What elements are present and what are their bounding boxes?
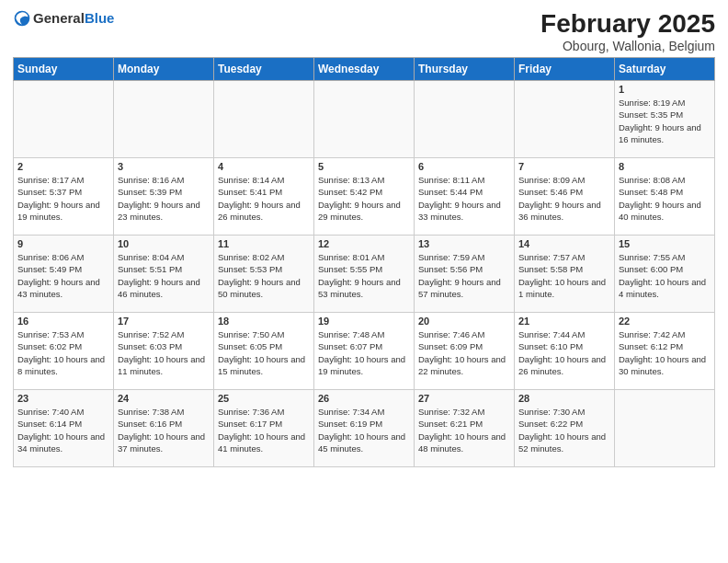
calendar-day-cell [415,81,515,158]
day-info: Sunrise: 7:46 AM Sunset: 6:09 PM Dayligh… [418,328,510,377]
page-container: GeneralBlue February 2025 Obourg, Wallon… [0,0,728,477]
calendar-day-cell [615,390,715,467]
calendar-day-cell: 11Sunrise: 8:02 AM Sunset: 5:53 PM Dayli… [214,236,314,313]
day-info: Sunrise: 8:09 AM Sunset: 5:46 PM Dayligh… [518,174,610,223]
day-info: Sunrise: 8:13 AM Sunset: 5:42 PM Dayligh… [318,174,410,223]
day-number: 5 [318,161,410,172]
day-info: Sunrise: 7:42 AM Sunset: 6:12 PM Dayligh… [619,328,711,377]
day-number: 1 [619,84,711,95]
calendar-day-cell [214,81,314,158]
logo-general: General [33,10,85,26]
day-number: 24 [118,393,210,404]
logo-icon [13,9,31,28]
day-info: Sunrise: 8:14 AM Sunset: 5:41 PM Dayligh… [218,174,310,223]
header-tuesday: Tuesday [214,58,314,81]
logo-blue: Blue [85,10,115,26]
day-info: Sunrise: 7:52 AM Sunset: 6:03 PM Dayligh… [118,328,210,377]
header-thursday: Thursday [415,58,515,81]
calendar-day-cell: 17Sunrise: 7:52 AM Sunset: 6:03 PM Dayli… [114,313,214,390]
calendar-week-row: 16Sunrise: 7:53 AM Sunset: 6:02 PM Dayli… [14,313,715,390]
day-number: 26 [318,393,410,404]
day-number: 17 [118,316,210,327]
day-info: Sunrise: 7:48 AM Sunset: 6:07 PM Dayligh… [318,328,410,377]
calendar-day-cell: 2Sunrise: 8:17 AM Sunset: 5:37 PM Daylig… [14,158,114,236]
calendar-day-cell [515,81,615,158]
day-number: 14 [518,238,610,249]
calendar-day-cell: 28Sunrise: 7:30 AM Sunset: 6:22 PM Dayli… [515,390,615,467]
day-number: 16 [17,316,109,327]
day-info: Sunrise: 8:06 AM Sunset: 5:49 PM Dayligh… [17,251,109,300]
day-info: Sunrise: 7:30 AM Sunset: 6:22 PM Dayligh… [518,406,610,454]
day-info: Sunrise: 7:38 AM Sunset: 6:16 PM Dayligh… [118,406,210,454]
subtitle: Obourg, Wallonia, Belgium [540,39,715,53]
day-info: Sunrise: 8:01 AM Sunset: 5:55 PM Dayligh… [318,251,410,300]
day-number: 10 [118,238,210,249]
calendar-day-cell: 6Sunrise: 8:11 AM Sunset: 5:44 PM Daylig… [415,158,515,236]
day-info: Sunrise: 7:32 AM Sunset: 6:21 PM Dayligh… [418,406,510,454]
day-info: Sunrise: 7:59 AM Sunset: 5:56 PM Dayligh… [418,251,510,300]
header-sunday: Sunday [14,58,114,81]
day-number: 19 [318,316,410,327]
day-info: Sunrise: 8:02 AM Sunset: 5:53 PM Dayligh… [218,251,310,300]
day-number: 8 [619,161,711,172]
calendar-day-cell [314,81,415,158]
header-monday: Monday [114,58,214,81]
day-info: Sunrise: 8:16 AM Sunset: 5:39 PM Dayligh… [118,174,210,223]
calendar-day-cell: 9Sunrise: 8:06 AM Sunset: 5:49 PM Daylig… [14,236,114,313]
day-info: Sunrise: 8:19 AM Sunset: 5:35 PM Dayligh… [619,97,711,145]
day-info: Sunrise: 7:44 AM Sunset: 6:10 PM Dayligh… [518,328,610,377]
day-info: Sunrise: 7:55 AM Sunset: 6:00 PM Dayligh… [619,251,711,300]
day-number: 9 [17,238,109,249]
day-number: 7 [518,161,610,172]
day-number: 6 [418,161,510,172]
day-info: Sunrise: 8:04 AM Sunset: 5:51 PM Dayligh… [118,251,210,300]
day-number: 12 [318,238,410,249]
day-number: 23 [17,393,109,404]
header-saturday: Saturday [615,58,715,81]
calendar-week-row: 9Sunrise: 8:06 AM Sunset: 5:49 PM Daylig… [14,236,715,313]
calendar-week-row: 23Sunrise: 7:40 AM Sunset: 6:14 PM Dayli… [14,390,715,467]
day-number: 18 [218,316,310,327]
calendar-day-cell: 27Sunrise: 7:32 AM Sunset: 6:21 PM Dayli… [415,390,515,467]
calendar-day-cell: 3Sunrise: 8:16 AM Sunset: 5:39 PM Daylig… [114,158,214,236]
calendar-day-cell: 13Sunrise: 7:59 AM Sunset: 5:56 PM Dayli… [415,236,515,313]
calendar-day-cell: 8Sunrise: 8:08 AM Sunset: 5:48 PM Daylig… [615,158,715,236]
calendar-day-cell: 4Sunrise: 8:14 AM Sunset: 5:41 PM Daylig… [214,158,314,236]
day-number: 22 [619,316,711,327]
calendar-day-cell: 1Sunrise: 8:19 AM Sunset: 5:35 PM Daylig… [615,81,715,158]
day-number: 15 [619,238,711,249]
calendar-day-cell: 26Sunrise: 7:34 AM Sunset: 6:19 PM Dayli… [314,390,415,467]
calendar-day-cell: 25Sunrise: 7:36 AM Sunset: 6:17 PM Dayli… [214,390,314,467]
day-number: 20 [418,316,510,327]
day-number: 27 [418,393,510,404]
calendar-week-row: 1Sunrise: 8:19 AM Sunset: 5:35 PM Daylig… [14,81,715,158]
day-number: 13 [418,238,510,249]
day-number: 28 [518,393,610,404]
header: GeneralBlue February 2025 Obourg, Wallon… [13,9,715,53]
day-info: Sunrise: 7:50 AM Sunset: 6:05 PM Dayligh… [218,328,310,377]
day-info: Sunrise: 8:08 AM Sunset: 5:48 PM Dayligh… [619,174,711,223]
calendar-day-cell [14,81,114,158]
day-info: Sunrise: 7:53 AM Sunset: 6:02 PM Dayligh… [17,328,109,377]
calendar-day-cell: 18Sunrise: 7:50 AM Sunset: 6:05 PM Dayli… [214,313,314,390]
calendar-day-cell: 5Sunrise: 8:13 AM Sunset: 5:42 PM Daylig… [314,158,415,236]
calendar-day-cell: 12Sunrise: 8:01 AM Sunset: 5:55 PM Dayli… [314,236,415,313]
calendar-day-cell [114,81,214,158]
day-number: 11 [218,238,310,249]
calendar-table: Sunday Monday Tuesday Wednesday Thursday… [13,57,715,467]
calendar-day-cell: 14Sunrise: 7:57 AM Sunset: 5:58 PM Dayli… [515,236,615,313]
calendar-body: 1Sunrise: 8:19 AM Sunset: 5:35 PM Daylig… [14,81,715,467]
calendar-day-cell: 21Sunrise: 7:44 AM Sunset: 6:10 PM Dayli… [515,313,615,390]
header-wednesday: Wednesday [314,58,415,81]
header-friday: Friday [515,58,615,81]
calendar-week-row: 2Sunrise: 8:17 AM Sunset: 5:37 PM Daylig… [14,158,715,236]
calendar-day-cell: 15Sunrise: 7:55 AM Sunset: 6:00 PM Dayli… [615,236,715,313]
calendar-day-cell: 19Sunrise: 7:48 AM Sunset: 6:07 PM Dayli… [314,313,415,390]
day-number: 3 [118,161,210,172]
calendar-day-cell: 7Sunrise: 8:09 AM Sunset: 5:46 PM Daylig… [515,158,615,236]
day-number: 4 [218,161,310,172]
logo: GeneralBlue [13,9,114,28]
day-info: Sunrise: 7:36 AM Sunset: 6:17 PM Dayligh… [218,406,310,454]
day-info: Sunrise: 7:34 AM Sunset: 6:19 PM Dayligh… [318,406,410,454]
day-info: Sunrise: 7:40 AM Sunset: 6:14 PM Dayligh… [17,406,109,454]
